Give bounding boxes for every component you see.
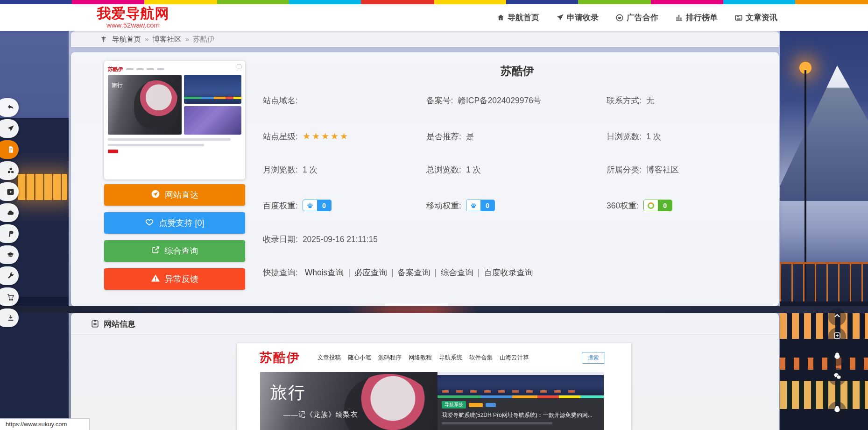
signpost-icon bbox=[100, 36, 107, 43]
thumbnail-hero-title: 旅行 bbox=[112, 81, 123, 89]
qq-icon bbox=[833, 352, 841, 362]
embed-nav-item: 软件合集 bbox=[469, 354, 493, 362]
sidebar-button-document[interactable] bbox=[0, 140, 19, 159]
breadcrumb-category[interactable]: 博客社区 bbox=[153, 35, 182, 44]
site-header: 我爱导航网 www.52waw.com 导航首页 申请收录 广告合作 排行榜单 bbox=[0, 4, 868, 31]
detail-row: 百度权重:0 移动权重:0 360权重:0 bbox=[71, 199, 779, 213]
sidebar-button-back[interactable] bbox=[0, 98, 19, 117]
like-button[interactable]: 点赞支持 [0] bbox=[104, 212, 245, 234]
detail-row: 收录日期:2025-09-16 21:11:15 bbox=[71, 232, 779, 246]
background-mountain bbox=[780, 65, 868, 201]
nav-item-articles[interactable]: 文章资讯 bbox=[734, 12, 777, 23]
embed-nav-item: 随心小笔 bbox=[348, 354, 371, 362]
sidebar-button-download[interactable] bbox=[0, 308, 19, 327]
quick-link-bing[interactable]: 必应查询 bbox=[354, 268, 387, 277]
icp-value: 赣ICP备2024029976号 bbox=[458, 96, 541, 105]
sidebar-button-share[interactable] bbox=[0, 119, 19, 138]
sidebar-button-education[interactable] bbox=[0, 245, 19, 264]
paper-plane-icon bbox=[7, 125, 14, 132]
embed-hero-title: 旅行 bbox=[270, 381, 306, 404]
top-color-stripe bbox=[0, 0, 868, 4]
logo-title: 我爱导航网 bbox=[91, 6, 175, 22]
embed-nav-item: 山海云计算 bbox=[500, 354, 529, 362]
browser-status-url: https://www.sukuy.com bbox=[0, 418, 90, 430]
download-icon bbox=[7, 314, 14, 322]
heart-icon bbox=[145, 217, 154, 229]
detail-row: 站点星级:★★★★★ 是否推荐:是 日浏览数:1 次 bbox=[71, 129, 779, 143]
detail-row: 站点域名: 备案号:赣ICP备2024029976号 联系方式:无 bbox=[71, 93, 779, 108]
sidebar-button-cubes[interactable] bbox=[0, 161, 19, 180]
background-buildings bbox=[780, 301, 868, 430]
site-logo[interactable]: 我爱导航网 www.52waw.com bbox=[91, 6, 175, 29]
embed-search-button: 搜索 bbox=[582, 352, 605, 364]
site-thumbnail[interactable]: 苏酷伊 旅行 bbox=[104, 61, 245, 179]
quick-link-baidu-index[interactable]: 百度收录查询 bbox=[484, 268, 533, 277]
embed-hero-subtitle: ——记《龙族》绘梨衣 bbox=[283, 410, 358, 419]
background-lit-window bbox=[18, 174, 67, 200]
embed-nav-item: 网络教程 bbox=[409, 354, 432, 362]
breadcrumb-home[interactable]: 导航首页 bbox=[112, 35, 141, 44]
mobile-weight-badge[interactable]: 0 bbox=[466, 200, 495, 211]
external-link-icon bbox=[151, 245, 160, 257]
paypal-icon bbox=[7, 230, 14, 237]
clipboard-icon bbox=[91, 319, 99, 330]
page-title: 苏酷伊 bbox=[263, 64, 772, 79]
breadcrumb-separator: » bbox=[185, 35, 190, 43]
wrench-icon bbox=[7, 272, 14, 280]
quick-link-icp[interactable]: 备案查询 bbox=[397, 268, 430, 277]
qq-contact-button[interactable] bbox=[828, 348, 846, 366]
back-to-top-button[interactable] bbox=[828, 308, 846, 326]
recommend-value: 是 bbox=[466, 132, 474, 141]
site-detail-panel: 苏酷伊 旅行 网站直达 bbox=[71, 52, 779, 306]
embed-article-card: 导航系统 我爱导航系统(52DH Pro网址导航系统)：一款开源免费的网... bbox=[438, 372, 604, 430]
expand-icon bbox=[237, 64, 241, 69]
paper-plane-icon bbox=[556, 14, 564, 22]
embed-card-title: 我爱导航系统(52DH Pro网址导航系统)：一款开源免费的网... bbox=[442, 411, 600, 419]
embed-card-badge: 导航系统 bbox=[442, 401, 466, 408]
qq-icon bbox=[833, 405, 841, 416]
embed-site-logo: 苏酷伊 bbox=[260, 349, 300, 366]
360-logo-icon bbox=[644, 200, 658, 211]
breadcrumb: 导航首页 » 博客社区 » 苏酷伊 bbox=[71, 31, 779, 47]
newspaper-icon bbox=[734, 14, 743, 22]
sidebar-button-youtube[interactable] bbox=[0, 182, 19, 201]
star-rating: ★★★★★ bbox=[303, 131, 349, 141]
reply-icon bbox=[7, 104, 14, 112]
quick-link-combined[interactable]: 综合查询 bbox=[441, 268, 473, 277]
cloud-icon bbox=[7, 209, 14, 217]
nav-item-submit[interactable]: 申请收录 bbox=[556, 12, 599, 23]
wechat-contact-button[interactable] bbox=[828, 368, 846, 386]
weight-360-badge[interactable]: 0 bbox=[643, 200, 672, 211]
nav-item-home[interactable]: 导航首页 bbox=[497, 12, 539, 23]
sidebar-button-cloud[interactable] bbox=[0, 203, 19, 222]
sidebar-button-shop[interactable] bbox=[0, 287, 19, 306]
quick-link-whois[interactable]: Whois查询 bbox=[305, 268, 344, 277]
page: 我爱导航网 www.52waw.com 导航首页 申请收录 广告合作 排行榜单 bbox=[0, 0, 868, 430]
total-views-value: 1 次 bbox=[466, 165, 481, 174]
handshake-icon bbox=[615, 14, 624, 22]
embed-site-nav: 文章投稿 随心小笔 源码程序 网络教程 导航系统 软件合集 山海云计算 bbox=[318, 343, 529, 372]
mobile-paw-icon bbox=[466, 200, 480, 211]
embed-nav-item: 源码程序 bbox=[378, 354, 402, 362]
bar-chart-icon bbox=[675, 14, 683, 22]
qq-group-button[interactable] bbox=[828, 401, 846, 419]
add-button[interactable] bbox=[828, 328, 846, 345]
main-nav: 导航首页 申请收录 广告合作 排行榜单 文章资讯 bbox=[497, 4, 777, 31]
section-title: 网站信息 bbox=[104, 319, 135, 330]
nav-item-ads[interactable]: 广告合作 bbox=[615, 12, 658, 23]
sidebar-button-paypal[interactable] bbox=[0, 224, 19, 243]
sidebar-button-tools[interactable] bbox=[0, 266, 19, 285]
nav-item-ranking[interactable]: 排行榜单 bbox=[675, 12, 718, 23]
baidu-weight-badge[interactable]: 0 bbox=[303, 200, 332, 211]
background-fence bbox=[780, 262, 868, 302]
background-right-scene bbox=[780, 29, 868, 430]
category-value: 博客社区 bbox=[646, 165, 679, 174]
monthly-views-value: 1 次 bbox=[303, 165, 318, 174]
background-bridge-band bbox=[0, 306, 868, 313]
youtube-icon bbox=[7, 188, 14, 196]
document-icon bbox=[7, 146, 14, 153]
shopping-cart-icon bbox=[7, 293, 14, 301]
detail-row: 快捷查询: Whois查询|必应查询|备案查询|综合查询|百度收录查询 bbox=[71, 265, 779, 280]
cubes-icon bbox=[7, 167, 14, 174]
chevron-up-icon bbox=[833, 312, 841, 322]
